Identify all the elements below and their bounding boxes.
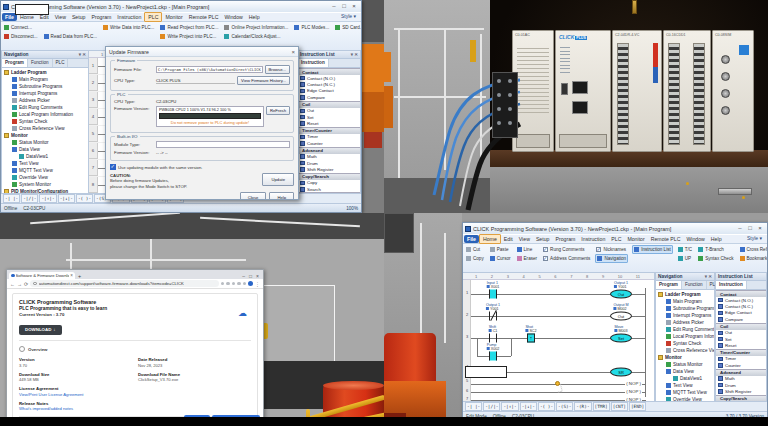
tree-item[interactable]: System Monitor	[2, 181, 88, 188]
ribbon-button[interactable]: Line	[516, 245, 539, 254]
field-value[interactable]: View/Print User License Agreement	[19, 392, 132, 397]
maximize-button[interactable]: □	[745, 224, 755, 233]
ribbon-button[interactable]: Address Comments	[542, 254, 591, 263]
field-value[interactable]: ClickSetup_V3.70.exe	[138, 377, 251, 382]
checkbox-checked-icon[interactable]	[110, 164, 116, 170]
profile-avatar[interactable]	[248, 281, 253, 286]
minimize-button[interactable]: –	[735, 224, 745, 233]
menu-item[interactable]: Program	[88, 13, 114, 21]
menu-item[interactable]: Setup	[533, 235, 553, 243]
ribbon-button[interactable]: Read Data from PLC...	[43, 32, 98, 41]
ribbon-button[interactable]: Read Project from PLC...	[159, 23, 219, 32]
ladder-tool-button[interactable]: -|/|-	[483, 402, 500, 411]
ribbon-button[interactable]: Eraser	[516, 254, 539, 263]
tree-item[interactable]: Ladder Program	[656, 291, 714, 298]
title-bar[interactable]: CLICK Programming Software (Version 3.70…	[463, 223, 767, 234]
ribbon-button[interactable]: Connect...	[3, 23, 39, 32]
tree-item[interactable]: MQTT Text View	[2, 167, 88, 174]
tree-item[interactable]: Local Program Information	[656, 333, 714, 340]
menu-item[interactable]: File	[464, 235, 479, 243]
ribbon-button[interactable]: Write Project into PLC...	[159, 32, 219, 41]
ribbon-button[interactable]: Navigation	[595, 254, 628, 263]
menu-item[interactable]: Window	[221, 13, 245, 21]
style-selector[interactable]: Style ▾	[338, 13, 359, 19]
ribbon-button[interactable]: T-Branch	[697, 245, 734, 254]
menu-item[interactable]: Help	[708, 235, 725, 243]
contact-no[interactable]	[489, 290, 497, 299]
ladder-tool-button[interactable]: -(S)-	[556, 402, 573, 411]
dialog-title-bar[interactable]: Update Firmware ×	[106, 47, 298, 57]
tree-item[interactable]: Edit Rung Comments	[2, 104, 88, 111]
ribbon-button[interactable]: Cut	[465, 245, 485, 254]
instruction-item[interactable]: Copy/Search	[298, 173, 360, 180]
browser-tab[interactable]: Software & Firmware Downlo... ×	[9, 272, 75, 280]
ladder-tool-button[interactable]: -|↓|-	[58, 194, 75, 203]
help-button[interactable]: Help	[269, 192, 294, 199]
menu-item[interactable]: Remote PLC	[186, 13, 222, 21]
tree-item[interactable]: Main Program	[656, 298, 714, 305]
instruction-item[interactable]: Coil	[298, 101, 360, 108]
tab-close-icon[interactable]: ×	[70, 273, 73, 278]
field-value[interactable]: What's improved/added notes	[19, 406, 132, 411]
ladder-tool-button[interactable]: [END]	[629, 402, 646, 411]
style-selector[interactable]: Style ▾	[744, 235, 765, 241]
ladder-tool-button[interactable]: -|↓|-	[520, 402, 537, 411]
tree-item[interactable]: Interrupt Programs	[2, 90, 88, 97]
ribbon-button[interactable]: Copy	[465, 254, 485, 263]
navigation-tab[interactable]: Function	[682, 281, 707, 289]
ribbon-button[interactable]: Nicknames	[595, 245, 628, 254]
tree-item[interactable]: DataView1	[656, 375, 714, 382]
sr-coil[interactable]: SR	[610, 368, 632, 377]
menu-item[interactable]: Instruction	[114, 13, 144, 21]
update-button[interactable]: Update	[262, 173, 294, 186]
browse-button[interactable]: Browse...	[265, 65, 290, 74]
menu-item[interactable]: Home	[479, 234, 501, 244]
module-type-input[interactable]	[156, 141, 290, 148]
contact-nc[interactable]	[489, 312, 497, 321]
firmware-file-input[interactable]: C:\Program Files (x86)\AutomationDirect\…	[156, 66, 263, 73]
tree-item[interactable]: Monitor	[2, 132, 88, 139]
out-coil[interactable]: Out	[610, 312, 632, 321]
ribbon-button[interactable]: Instruction List	[632, 245, 673, 254]
instruction-item[interactable]: Advanced	[298, 147, 360, 154]
back-icon[interactable]: ←	[10, 281, 15, 287]
view-firmware-history-button[interactable]: View Firmware History...	[237, 76, 290, 85]
tree-item[interactable]: Syntax Check	[656, 340, 714, 347]
cloud-download-icon[interactable]: ☁	[238, 308, 247, 318]
menu-item[interactable]: View	[52, 13, 69, 21]
contact-no[interactable]	[489, 334, 497, 343]
tree-item[interactable]: Cross Reference View	[656, 347, 714, 354]
forward-icon[interactable]: →	[17, 281, 22, 287]
ribbon-button[interactable]: Rung Comments	[542, 245, 591, 254]
menu-item[interactable]: Monitor	[162, 13, 185, 21]
ribbon-button[interactable]: Cursor	[489, 254, 512, 263]
navigation-tab[interactable]: Program	[2, 59, 28, 67]
ladder-selection-box[interactable]	[15, 4, 49, 15]
ribbon-button[interactable]: T/C	[677, 245, 693, 254]
ribbon-button[interactable]: Syntax Check	[697, 254, 734, 263]
title-bar[interactable]: CLICK Programming Software (Version 3.70…	[1, 1, 361, 12]
instruction-tab[interactable]: Instruction	[716, 281, 747, 289]
ladder-tool-button[interactable]: -| |-	[3, 194, 20, 203]
instruction-item[interactable]: Contact	[298, 68, 360, 75]
instruction-item[interactable]: Advanced	[716, 369, 766, 376]
navigation-tab[interactable]: PLC	[53, 59, 69, 67]
site-info-icon[interactable]	[33, 282, 37, 286]
close-button[interactable]: ×	[755, 224, 765, 233]
refresh-button[interactable]: ReFresh	[266, 106, 290, 115]
ribbon-button[interactable]: PLC Modes...	[293, 23, 330, 32]
field-value[interactable]: Nov 28, 2023	[138, 363, 251, 368]
instruction-tab[interactable]: Instruction	[298, 59, 329, 67]
ribbon-button[interactable]: Cross Reference	[739, 245, 768, 254]
ribbon-button[interactable]: SD Card...	[334, 23, 361, 32]
menu-item[interactable]: View	[516, 235, 533, 243]
ribbon-button[interactable]: Online Project Information...	[223, 23, 289, 32]
ladder-tool-button[interactable]: -| |-	[465, 402, 482, 411]
same-version-checkbox-row[interactable]: Use updating module with the same versio…	[110, 164, 294, 170]
tree-item[interactable]: Text View	[656, 382, 714, 389]
ladder-tool-button[interactable]: -( )-	[538, 402, 555, 411]
field-value[interactable]: 449.58 MB	[19, 377, 132, 382]
menu-item[interactable]: Help	[246, 13, 263, 21]
out-coil[interactable]: Out	[610, 290, 632, 299]
panel-pin-icon[interactable]: ▾ ✕	[351, 52, 358, 57]
